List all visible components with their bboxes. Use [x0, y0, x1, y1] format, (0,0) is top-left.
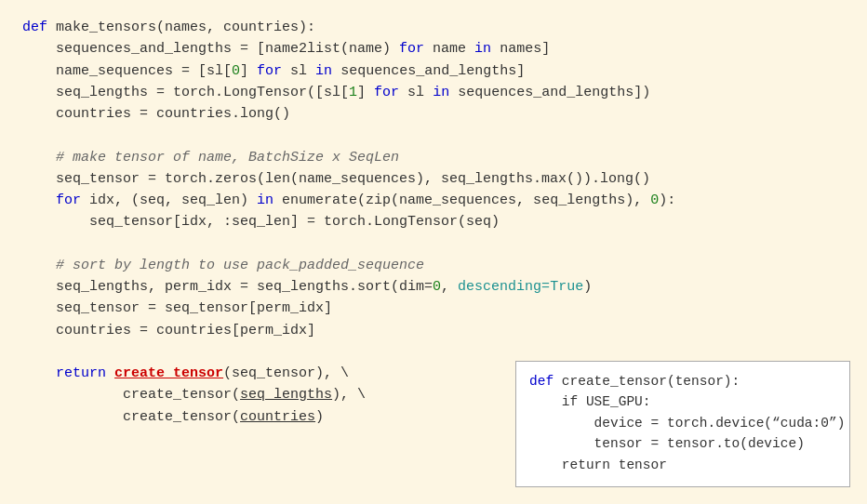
code-line-4: seq_lengths = torch.LongTensor([sl[1] fo…: [22, 82, 845, 103]
code-line-15: countries = countries[perm_idx]: [22, 320, 845, 341]
popup-box: def create_tensor(tensor): if USE_GPU: d…: [515, 361, 850, 487]
fn-name: make_tensors: [56, 20, 156, 35]
fn-params: (names, countries):: [156, 20, 315, 35]
code-line-13: seq_lengths, perm_idx = seq_lengths.sort…: [22, 276, 845, 298]
kw-for: for: [399, 41, 424, 57]
code-line-blank1: [22, 125, 845, 146]
kw-in3: in: [433, 85, 449, 100]
code-container: def make_tensors(names, countries): sequ…: [0, 0, 867, 504]
code-line-blank3: [22, 341, 845, 363]
code-line-10: seq_tensor[idx, :seq_len] = torch.LongTe…: [22, 211, 845, 232]
code-line-12: # sort by length to use pack_padded_sequ…: [22, 255, 845, 276]
code-line-8: seq_tensor = torch.zeros(len(name_sequen…: [22, 168, 845, 190]
kw-for2: for: [257, 63, 282, 79]
code-line-14: seq_tensor = seq_tensor[perm_idx]: [22, 298, 845, 319]
popup-line-5: return tensor: [529, 455, 836, 475]
code-line-3: name_sequences = [sl[0] for sl in sequen…: [22, 60, 845, 82]
code-line-5: countries = countries.long(): [22, 103, 845, 125]
code-line-9: for idx, (seq, seq_len) in enumerate(zip…: [22, 190, 845, 211]
create-tensor-fn: create_tensor: [114, 365, 223, 381]
kw-in2: in: [315, 63, 332, 79]
keyword-def: def: [22, 20, 56, 35]
num-1: 1: [349, 85, 357, 100]
kw-for3: for: [374, 85, 399, 100]
kw-return: return: [56, 365, 106, 381]
seq-lengths-underline: seq_lengths: [240, 387, 332, 403]
code-line-2: sequences_and_lengths = [name2list(name)…: [22, 38, 845, 60]
countries-underline: countries: [240, 409, 315, 425]
popup-line-2: if USE_GPU:: [529, 391, 836, 412]
code-line-7: # make tensor of name, BatchSize x SeqLe…: [22, 147, 845, 168]
popup-line-3: device = torch.device(“cuda:0”): [529, 413, 836, 433]
kw-in: in: [474, 41, 491, 57]
popup-line-4: tensor = tensor.to(device): [529, 433, 836, 454]
num-0c: 0: [433, 279, 441, 295]
kw-for4: for: [56, 192, 81, 208]
code-line-blank2: [22, 233, 845, 255]
num-0b: 0: [650, 192, 659, 208]
num-0: 0: [232, 63, 240, 79]
kw-in4: in: [257, 192, 273, 208]
popup-kw-def: def: [529, 374, 562, 389]
descending-param: descending=True: [458, 279, 583, 295]
code-line-1: def make_tensors(names, countries):: [22, 17, 845, 38]
popup-line-1: def create_tensor(tensor):: [529, 371, 836, 391]
